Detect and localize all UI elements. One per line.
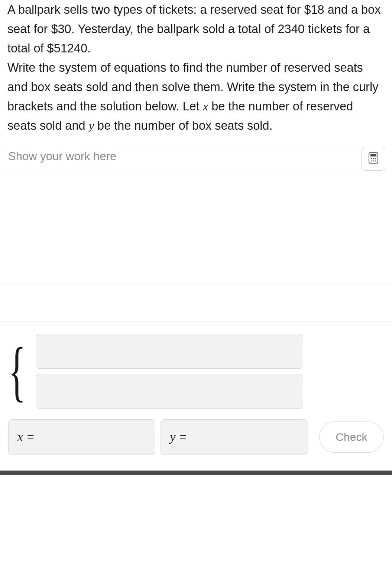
system-of-equations: { [8, 334, 384, 409]
work-area: Show your work here [0, 143, 392, 323]
work-line [0, 208, 392, 246]
y-label: y = [170, 430, 187, 444]
svg-point-3 [373, 158, 374, 159]
problem-text-2c: be the number of box seats sold. [94, 119, 273, 132]
svg-point-4 [375, 158, 376, 159]
problem-text-1e: . [87, 42, 91, 55]
check-button[interactable]: Check [319, 421, 384, 453]
calculator-button[interactable] [362, 147, 385, 171]
work-placeholder: Show your work here [8, 150, 116, 163]
problem-statement: A ballpark sells two types of tickets: a… [0, 0, 392, 143]
problem-text-1c: . Yesterday, the ballpark sold a total o… [71, 22, 278, 36]
check-label: Check [336, 431, 367, 443]
solution-row: x = y = Check [8, 419, 384, 455]
svg-point-7 [375, 161, 376, 162]
work-line [0, 170, 392, 208]
variable-y: y [89, 119, 94, 132]
curly-brace-icon: { [8, 341, 26, 401]
work-line [0, 246, 392, 284]
equation-input-2[interactable] [36, 374, 303, 409]
work-lines[interactable] [0, 170, 392, 323]
equation-inputs [36, 334, 303, 409]
svg-point-5 [371, 161, 372, 162]
x-label: x = [17, 430, 35, 444]
problem-text-1a: A ballpark sells two types of tickets: a… [7, 3, 311, 16]
total-money: 51240 [54, 42, 87, 55]
work-line [0, 284, 392, 322]
svg-point-6 [373, 161, 374, 162]
svg-rect-1 [370, 154, 376, 156]
price-reserved: 18 [311, 3, 324, 16]
equation-input-1[interactable] [36, 334, 303, 369]
total-tickets: 2340 [278, 22, 305, 36]
svg-point-2 [371, 158, 372, 159]
calculator-icon [369, 152, 378, 165]
x-answer-input[interactable]: x = [8, 419, 155, 455]
answer-area: { x = y = Check [0, 323, 392, 466]
work-header: Show your work here [0, 143, 392, 170]
y-answer-input[interactable]: y = [161, 419, 308, 455]
variable-x: x [203, 100, 208, 113]
price-box: 30 [58, 22, 71, 36]
footer-bar [0, 471, 392, 475]
